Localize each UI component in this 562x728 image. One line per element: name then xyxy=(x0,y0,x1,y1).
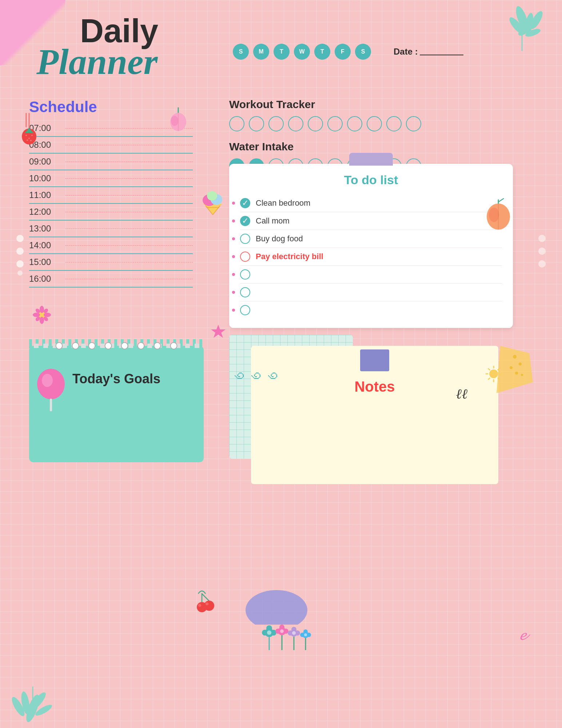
time-line[interactable] xyxy=(65,262,193,262)
hole-2 xyxy=(72,342,79,349)
notes-section: Notes xyxy=(229,335,520,473)
workout-circle-1[interactable] xyxy=(249,116,264,131)
svg-point-86 xyxy=(288,630,293,636)
hole-1 xyxy=(56,342,63,349)
svg-point-18 xyxy=(25,135,27,136)
white-dots-right xyxy=(533,233,551,278)
workout-circle-4[interactable] xyxy=(308,116,323,131)
hole-3 xyxy=(88,342,96,349)
todo-checkbox-0[interactable]: ✓ xyxy=(240,198,250,208)
todo-text-0: Clean bedroom xyxy=(256,198,310,208)
todo-section: To do list ✓Clean bedroom✓Call momBuy do… xyxy=(229,164,513,328)
svg-point-99 xyxy=(204,601,214,611)
workout-circle-6[interactable] xyxy=(347,116,362,131)
svg-line-68 xyxy=(498,378,499,380)
workout-circle-3[interactable] xyxy=(288,116,303,131)
time-label: 15:00 xyxy=(29,257,62,267)
sun-decoration xyxy=(484,364,504,385)
svg-point-31 xyxy=(44,313,51,317)
svg-line-48 xyxy=(498,198,504,202)
svg-line-69 xyxy=(498,368,499,370)
workout-circle-5[interactable] xyxy=(327,116,343,131)
time-line[interactable] xyxy=(65,228,193,229)
svg-point-58 xyxy=(519,363,522,365)
svg-point-77 xyxy=(267,630,271,635)
svg-point-88 xyxy=(291,627,296,632)
todo-items: ✓Clean bedroom✓Call momBuy dog foodPay e… xyxy=(240,194,502,319)
svg-point-103 xyxy=(538,248,546,255)
schedule-row: 10:00 xyxy=(29,173,193,187)
todo-pin-5 xyxy=(232,291,235,294)
svg-point-82 xyxy=(279,625,284,630)
flowers-decoration xyxy=(262,617,320,655)
cherry-decoration xyxy=(195,588,216,615)
todo-checkbox-5[interactable] xyxy=(240,287,250,297)
svg-point-74 xyxy=(262,630,268,636)
workout-title: Workout Tracker xyxy=(229,98,513,111)
hole-8 xyxy=(170,342,178,349)
dots-decoration xyxy=(11,233,29,278)
time-line[interactable] xyxy=(65,161,193,162)
svg-line-67 xyxy=(488,368,490,370)
svg-point-59 xyxy=(510,366,513,369)
todo-item-5 xyxy=(240,284,502,301)
workout-circle-9[interactable] xyxy=(406,116,421,131)
peach-top xyxy=(167,106,189,136)
todo-checkbox-2[interactable] xyxy=(240,234,250,244)
svg-point-94 xyxy=(303,629,308,634)
notes-title: Notes xyxy=(262,379,487,395)
svg-point-87 xyxy=(295,630,300,636)
header: Daily Planner xyxy=(36,15,526,80)
todo-checkbox-1[interactable]: ✓ xyxy=(240,216,250,226)
todo-item-3: Pay electricity bill xyxy=(240,248,502,266)
schedule-rows: 07:00 08:00 09:00 10:00 11:00 12:00 13:0… xyxy=(29,123,193,288)
todo-checkbox-4[interactable] xyxy=(240,269,250,280)
time-label: 11:00 xyxy=(29,190,62,200)
workout-circle-2[interactable] xyxy=(268,116,284,131)
todo-item-2: Buy dog food xyxy=(240,230,502,248)
small-flower xyxy=(33,306,51,325)
svg-point-19 xyxy=(28,138,30,139)
svg-point-100 xyxy=(198,604,201,607)
todo-checkbox-3[interactable] xyxy=(240,252,250,262)
svg-line-70 xyxy=(488,378,490,380)
time-line[interactable] xyxy=(65,211,193,212)
time-line[interactable] xyxy=(65,145,193,145)
svg-line-97 xyxy=(202,594,209,601)
spiral-icon: ꩜ xyxy=(233,368,247,384)
todo-checkbox-6[interactable] xyxy=(240,305,250,315)
spiral-icon2: ꩜ xyxy=(250,368,264,384)
time-line[interactable] xyxy=(65,195,193,195)
schedule-row: 08:00 xyxy=(29,140,193,154)
time-label: 16:00 xyxy=(29,274,62,284)
schedule-row: 15:00 xyxy=(29,257,193,271)
time-line[interactable] xyxy=(65,178,193,179)
time-line[interactable] xyxy=(65,245,193,246)
time-label: 09:00 xyxy=(29,157,62,167)
svg-point-26 xyxy=(17,270,23,276)
schedule-row: 09:00 xyxy=(29,157,193,170)
todo-item-0: ✓Clean bedroom xyxy=(240,194,502,212)
todo-title: To do list xyxy=(240,173,502,187)
title-block: Daily Planner xyxy=(36,15,158,80)
pink-swirl: 𝓮 xyxy=(518,625,526,644)
svg-point-23 xyxy=(16,235,24,242)
workout-circle-8[interactable] xyxy=(386,116,402,131)
workout-circle-7[interactable] xyxy=(367,116,382,131)
time-line[interactable] xyxy=(65,278,193,279)
spiral-icon3: ꩜ xyxy=(266,368,281,384)
svg-point-101 xyxy=(206,602,208,605)
icecream-decoration xyxy=(198,186,227,231)
svg-point-61 xyxy=(521,374,523,376)
workout-circle-0[interactable] xyxy=(229,116,244,131)
svg-point-81 xyxy=(283,629,288,634)
time-label: 12:00 xyxy=(29,207,62,217)
todo-tab xyxy=(349,153,393,166)
svg-point-54 xyxy=(42,374,53,387)
svg-point-102 xyxy=(538,235,546,242)
svg-point-24 xyxy=(16,248,24,255)
todo-pin-3 xyxy=(232,255,235,258)
svg-point-28 xyxy=(40,306,44,313)
svg-point-62 xyxy=(489,369,498,378)
time-label: 14:00 xyxy=(29,240,62,250)
